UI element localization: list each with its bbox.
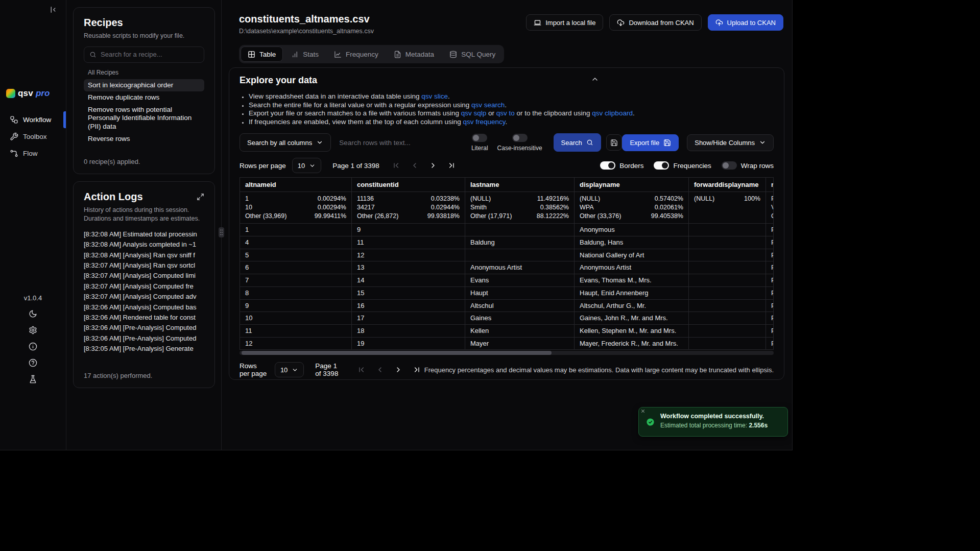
- literal-toggle-group: Literal: [471, 134, 488, 152]
- rows-per-page-label: Rows per page: [240, 162, 286, 170]
- tab-label: SQL Query: [461, 51, 495, 58]
- recipe-item[interactable]: Remove duplicate rows: [84, 91, 204, 104]
- next-page-button[interactable]: [391, 362, 406, 377]
- tab-table[interactable]: Table: [241, 46, 283, 62]
- expand-logs-button[interactable]: [197, 193, 204, 202]
- frequency-line: Other (17,971)88.12222%: [470, 212, 569, 221]
- frequency-value: WPA: [580, 203, 594, 212]
- tab-metadata[interactable]: Metadata: [387, 46, 441, 62]
- previous-page-button[interactable]: [407, 158, 422, 173]
- tab-sql-query[interactable]: SQL Query: [442, 46, 503, 62]
- column-header-lastname: lastname: [465, 178, 575, 191]
- lab-flask-icon: [29, 375, 37, 384]
- show-hide-columns-button[interactable]: Show/Hide Columns: [687, 134, 774, 151]
- table-cell: 14: [352, 274, 465, 286]
- recipe-item[interactable]: Remove rows with potential Personally Id…: [84, 104, 204, 133]
- collapse-explore-button[interactable]: [591, 75, 599, 85]
- qsv-frequency-link[interactable]: qsv frequency: [463, 118, 506, 126]
- frequency-line: (NULL)11.49216%: [470, 195, 569, 203]
- rows-per-page-select[interactable]: 10: [292, 158, 321, 173]
- case-insensitive-toggle[interactable]: [512, 134, 528, 142]
- frequency-line: (NULL)100%: [694, 195, 760, 203]
- table-cell: 19: [352, 338, 465, 350]
- table-cell: 9: [240, 300, 352, 312]
- first-page-icon: [357, 366, 366, 374]
- qsv-slice-link[interactable]: qsv slice: [421, 92, 448, 100]
- recipe-search-input[interactable]: [101, 51, 199, 58]
- recipe-item[interactable]: Sort in lexicographical order: [84, 79, 204, 91]
- frequencies-toggle[interactable]: [654, 161, 669, 170]
- frequency-value: Other (33,376): [580, 212, 621, 221]
- table-cell: [689, 261, 766, 274]
- search-rows-input[interactable]: [339, 133, 462, 152]
- qsv-to-link[interactable]: qsv to: [496, 109, 515, 117]
- tab-stats[interactable]: Stats: [284, 46, 326, 62]
- action-logs-header: Action Logs: [84, 191, 204, 203]
- qsv-clipboard-link[interactable]: qsv clipboard: [592, 109, 633, 117]
- frequency-line: Other (33,969)99.99411%: [245, 212, 346, 221]
- table-cell: 5: [240, 249, 352, 261]
- table-cell: 8: [240, 287, 352, 299]
- action-logs-list[interactable]: [8:32:08 AM] Estimated total processin[8…: [84, 229, 204, 368]
- chevron-right-icon: [394, 366, 402, 374]
- bullet-text: .: [633, 109, 635, 117]
- tab-label: Metadata: [405, 51, 434, 58]
- recipe-item[interactable]: Reverse rows: [84, 133, 204, 145]
- bullet-text: Search the entire file for a literal val…: [249, 101, 471, 109]
- search-button[interactable]: Search: [554, 133, 601, 152]
- sidebar-footer: v1.0.4: [0, 294, 66, 384]
- first-page-button[interactable]: [354, 362, 369, 377]
- table-body: 19AnonymousPre411BaldungBaldung, HansPre…: [240, 224, 773, 349]
- borders-toggle[interactable]: [600, 161, 615, 170]
- download-from-ckan-button[interactable]: Download from CKAN: [609, 14, 701, 31]
- export-file-button[interactable]: Export file: [622, 134, 679, 151]
- sidebar-item-toolbox[interactable]: Toolbox: [0, 128, 66, 145]
- frequency-value: (NULL): [470, 195, 491, 203]
- settings-button[interactable]: [29, 326, 37, 334]
- info-button[interactable]: [29, 342, 37, 351]
- table-cell: Pre: [766, 274, 774, 286]
- collapse-sidebar-button[interactable]: [49, 5, 58, 16]
- help-button[interactable]: [29, 358, 37, 367]
- search-by-columns-select[interactable]: Search by all columns: [240, 133, 331, 152]
- sidebar-item-workflow[interactable]: Workflow: [0, 111, 66, 128]
- last-page-button[interactable]: [444, 158, 459, 173]
- recipe-search-box: [84, 46, 204, 63]
- tab-frequency[interactable]: Frequency: [327, 46, 386, 62]
- frequency-value: Other (26,872): [357, 212, 398, 221]
- save-search-button[interactable]: [606, 134, 623, 151]
- file-path: D:\datasets\example\constituents_altname…: [239, 28, 374, 35]
- sidebar-item-flow[interactable]: Flow: [0, 145, 66, 162]
- frequency-line: (NULL)0.57402%: [580, 195, 683, 203]
- lab-button[interactable]: [29, 375, 37, 384]
- qsv-sqlp-link[interactable]: qsv sqlp: [461, 109, 487, 117]
- table-cell: 13: [352, 261, 465, 274]
- frequency-value: Other (33,969): [245, 212, 286, 221]
- upload-to-ckan-button[interactable]: Upload to CKAN: [708, 14, 783, 31]
- recipes-card: Recipes Reusable scripts to modify your …: [73, 7, 215, 174]
- toast-time: 2.556s: [749, 422, 768, 429]
- frequency-percent: 88.12222%: [537, 212, 569, 221]
- recipes-list: Sort in lexicographical orderRemove dupl…: [84, 79, 204, 145]
- last-page-button[interactable]: [409, 362, 424, 377]
- first-page-button[interactable]: [389, 158, 404, 173]
- horizontal-scrollbar[interactable]: [240, 351, 774, 355]
- table-cell: 12: [240, 338, 352, 350]
- previous-page-button[interactable]: [372, 362, 388, 377]
- wrap-rows-toggle[interactable]: [722, 161, 737, 170]
- qsv-search-link[interactable]: qsv search: [471, 101, 505, 109]
- literal-toggle[interactable]: [472, 134, 487, 142]
- rows-per-page-select[interactable]: 10: [275, 362, 304, 377]
- table-cell: Altschul, Arthur G., Mr.: [575, 300, 689, 312]
- toast-close-button[interactable]: [640, 408, 646, 415]
- frequency-value: 34217: [357, 203, 375, 212]
- frequency-value: Var: [771, 203, 774, 212]
- search-button-label: Search: [561, 139, 582, 147]
- scrollbar-thumb[interactable]: [242, 351, 552, 355]
- app-window: qsvpro Workflow Toolbox: [0, 0, 793, 450]
- next-page-button[interactable]: [425, 158, 441, 173]
- import-local-file-button[interactable]: Import a local file: [526, 14, 603, 31]
- dark-mode-button[interactable]: [29, 309, 37, 318]
- table-cell: 9: [352, 224, 465, 236]
- chevron-down-icon: [292, 367, 298, 373]
